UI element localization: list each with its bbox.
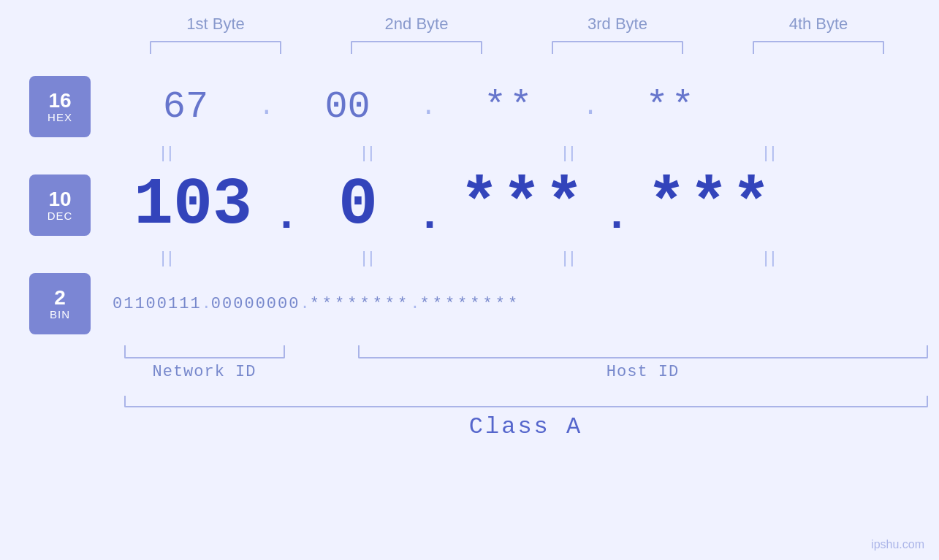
dec-row: 10 DEC 103 . 0 . *** . *** (0, 168, 939, 242)
hex-badge: 16 HEX (29, 76, 91, 137)
host-id-label: Host ID (358, 363, 928, 381)
bracket-4 (753, 41, 884, 54)
dec-values: 103 . 0 . *** . *** (113, 168, 939, 242)
equals-2: || (296, 143, 442, 162)
network-bracket (124, 345, 285, 358)
main-container: 1st Byte 2nd Byte 3rd Byte 4th Byte 16 H… (0, 0, 939, 560)
class-bracket (124, 396, 928, 407)
bin-val-4: ******** (419, 295, 520, 313)
bin-values: 01100111 . 00000000 . ******** . *******… (113, 295, 939, 313)
class-row: Class A (124, 396, 928, 440)
equals-7: || (497, 248, 643, 267)
byte-labels-row: 1st Byte 2nd Byte 3rd Byte 4th Byte (115, 15, 919, 34)
bin-dot-1: . (202, 295, 211, 313)
bottom-section: Network ID Host ID (124, 345, 928, 381)
hex-row: 16 HEX 67 . 00 . ** . ** (0, 76, 939, 137)
bin-dot-2: . (300, 295, 309, 313)
bin-base-label: BIN (50, 308, 70, 321)
hex-val-1: 67 (113, 85, 259, 129)
bottom-brackets (124, 345, 928, 358)
dec-val-2: 0 (300, 168, 417, 242)
equals-3: || (497, 143, 643, 162)
hex-val-4: ** (598, 85, 745, 129)
hex-values: 67 . 00 . ** . ** (113, 85, 939, 129)
byte-label-1: 1st Byte (135, 15, 296, 34)
dec-badge: 10 DEC (29, 174, 91, 236)
hex-base-label: HEX (47, 111, 72, 123)
bin-val-3: ******** (310, 295, 411, 313)
byte-label-2: 2nd Byte (336, 15, 497, 34)
bracket-2 (351, 41, 482, 54)
dec-base-number: 10 (48, 189, 71, 210)
dec-dot-1: . (273, 191, 300, 241)
network-id-label: Network ID (124, 363, 285, 381)
bin-badge: 2 BIN (29, 273, 91, 334)
dec-val-4: *** (630, 168, 791, 242)
bracket-3 (552, 41, 683, 54)
bin-row: 2 BIN 01100111 . 00000000 . ******** . *… (0, 273, 939, 334)
watermark: ipshu.com (871, 538, 924, 551)
hex-dot-2: . (421, 92, 437, 122)
equals-5: || (95, 248, 241, 267)
dec-val-1: 103 (113, 168, 273, 242)
hex-val-2: 00 (275, 85, 421, 129)
host-bracket (358, 345, 928, 358)
byte-label-3: 3rd Byte (537, 15, 698, 34)
bin-val-2: 00000000 (211, 295, 300, 313)
equals-row-2: || || || || (68, 248, 872, 267)
dec-dot-2: . (417, 191, 443, 241)
bin-val-1: 01100111 (113, 295, 202, 313)
byte-label-4: 4th Byte (738, 15, 899, 34)
equals-1: || (95, 143, 241, 162)
bracket-1 (150, 41, 281, 54)
hex-dot-3: . (582, 92, 598, 122)
hex-base-number: 16 (48, 91, 71, 111)
bin-base-number: 2 (54, 288, 66, 308)
equals-6: || (296, 248, 442, 267)
dec-base-label: DEC (47, 210, 73, 222)
top-bracket-row (115, 41, 919, 54)
class-label: Class A (124, 413, 928, 440)
bin-dot-3: . (410, 295, 419, 313)
equals-row-1: || || || || (68, 143, 872, 162)
dec-val-3: *** (443, 168, 604, 242)
hex-val-3: ** (436, 85, 582, 129)
bottom-labels: Network ID Host ID (124, 363, 928, 381)
equals-8: || (698, 248, 844, 267)
hex-dot-1: . (259, 92, 275, 122)
dec-dot-3: . (604, 191, 630, 241)
equals-4: || (698, 143, 844, 162)
